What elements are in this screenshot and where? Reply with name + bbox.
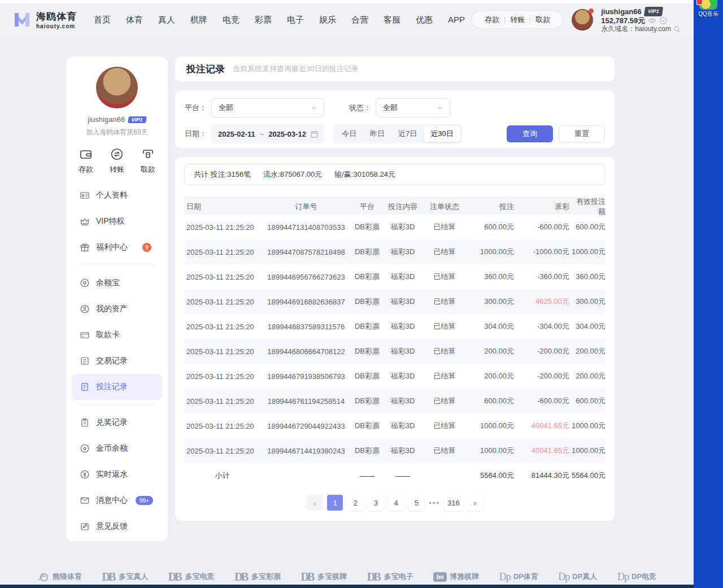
transfer-action[interactable]: 转账	[110, 147, 124, 175]
cell-bet: 1000.00元	[467, 247, 514, 257]
next-page-button[interactable]: ›	[467, 495, 483, 511]
nav-item[interactable]: 体育	[126, 15, 143, 25]
page-button[interactable]: 5	[408, 495, 424, 511]
nav-item[interactable]: 彩票	[255, 15, 272, 25]
page-button[interactable]: 4	[388, 495, 404, 511]
cell-date: 2025-03-11 21:25:20	[184, 223, 261, 232]
rebate-yen-icon	[80, 469, 90, 480]
avatar[interactable]	[572, 9, 593, 31]
sidebar-item-prize-records[interactable]: 兑奖记录	[72, 410, 162, 435]
nav-item[interactable]: 电子	[287, 15, 304, 25]
table-row: 2025-03-11 21:25:20 1899446956766273623 …	[184, 264, 606, 289]
nav-item[interactable]: 首页	[94, 15, 111, 25]
sidebar-item-vip[interactable]: VIP特权	[72, 208, 162, 234]
cell-date: 2025-03-11 21:25:20	[184, 323, 261, 331]
last-page-button[interactable]: 316	[445, 495, 463, 511]
range-button[interactable]: 近7日	[391, 126, 424, 142]
cell-platform: DB彩票	[351, 371, 383, 381]
range-button[interactable]: 近30日	[424, 126, 460, 142]
brand-db-live[interactable]: DB 多宝真人	[102, 570, 149, 583]
qq-music-label[interactable]: QQ音乐	[694, 10, 723, 18]
sidebar-item-rebate[interactable]: 实时返水	[72, 461, 162, 487]
cell-content: 福彩3D	[383, 272, 423, 282]
wallet-action[interactable]: 取款	[530, 15, 555, 25]
brand-dp-sports[interactable]: Dp DP体育	[499, 571, 538, 583]
gift-icon	[80, 242, 90, 252]
prev-page-button[interactable]: ‹	[307, 495, 323, 511]
page-button[interactable]: 1	[327, 495, 343, 511]
range-button[interactable]: 昨日	[363, 126, 391, 142]
nav-item[interactable]: 娱乐	[319, 15, 336, 25]
desktop-background: QQ音乐	[694, 0, 723, 588]
sidebar-item-assets[interactable]: 我的资产	[72, 296, 162, 322]
brand-dp-esports[interactable]: Dp DP电竞	[617, 571, 656, 583]
sidebar-item-welfare[interactable]: 福利中心 9	[72, 234, 162, 260]
withdraw-action[interactable]: 取款	[141, 147, 155, 175]
search-icon[interactable]	[673, 25, 681, 33]
wallet-icon	[79, 147, 93, 161]
cell-bet: 200.00元	[467, 371, 514, 381]
table-row: 2025-03-11 21:25:20 1899446791938506793 …	[184, 364, 606, 389]
brand-panda-sports[interactable]: 熊猫体育	[37, 570, 82, 583]
page-button[interactable]: 3	[368, 495, 384, 511]
pagination-ellipsis[interactable]: •••	[429, 499, 440, 507]
sidebar-item-bet-records[interactable]: 投注记录	[72, 374, 162, 400]
brand-db-lottery[interactable]: DB 多宝彩票	[234, 570, 281, 583]
cell-order: 1899446714419380243	[261, 447, 351, 455]
table-body: 2025-03-11 21:25:20 1899447131408703533 …	[184, 215, 606, 463]
sidebar-item-profile[interactable]: 个人资料	[72, 182, 162, 208]
sidebar-item-coin-balance[interactable]: 金币余额	[72, 435, 162, 461]
nav-item[interactable]: 电竞	[223, 15, 239, 25]
browser-page: 海鸥体育 haiouty.com 首页体育真人棋牌电竞彩票电子娱乐合营客服优惠A…	[0, 0, 694, 588]
logo-icon	[12, 11, 32, 29]
search-button[interactable]: 查询	[507, 125, 553, 142]
reset-button[interactable]: 重置	[559, 125, 605, 142]
cell-payout: 4625.00元	[514, 297, 569, 307]
summary-item: 输/赢:301058.24元	[334, 169, 395, 180]
online-status-dot	[589, 8, 594, 14]
nav-item[interactable]: 客服	[384, 15, 400, 25]
brand-db-chess[interactable]: DB 多宝棋牌	[301, 570, 347, 583]
site-logo[interactable]: 海鸥体育 haiouty.com	[12, 10, 77, 29]
nav-item[interactable]: 棋牌	[190, 15, 207, 25]
cell-content: 福彩3D	[383, 321, 423, 332]
sidebar-item-yuebao[interactable]: 余额宝	[72, 270, 162, 296]
cell-date: 2025-03-11 21:25:20	[184, 273, 261, 281]
brand-dp-live[interactable]: Dp DP真人	[558, 571, 597, 583]
qq-music-desktop-icon[interactable]	[700, 0, 717, 9]
platform-select[interactable]: 全部	[211, 98, 324, 117]
brand-db-slots[interactable]: DB 多宝电子	[367, 570, 413, 583]
chevron-down-circle-icon[interactable]	[659, 16, 668, 25]
wallet-action[interactable]: 转账	[504, 15, 530, 25]
cell-order: 1899446956766273623	[261, 273, 351, 281]
mail-icon	[80, 495, 90, 506]
date-range-input[interactable]: 2025-02-11 ~ 2025-03-12	[211, 124, 324, 143]
nav-item[interactable]: APP	[448, 15, 465, 25]
cell-platform: DB彩票	[351, 272, 383, 282]
table-row: 2025-03-11 21:25:20 1899446761194258514 …	[184, 389, 606, 413]
range-button[interactable]: 今日	[335, 126, 363, 142]
page-button[interactable]: 2	[347, 495, 363, 511]
wallet-action[interactable]: 存款	[480, 15, 504, 25]
sidebar-item-transactions[interactable]: 交易记录	[72, 348, 162, 374]
cell-date: 2025-03-11 21:25:20	[184, 248, 261, 256]
sidebar-item-messages[interactable]: 消息中心 99+	[72, 487, 162, 513]
eye-icon[interactable]	[648, 16, 656, 25]
brand-db-esports[interactable]: DB 多宝电竞	[168, 570, 215, 583]
sidebar-item-feedback[interactable]: 意见反馈	[72, 513, 162, 539]
cell-content: 福彩3D	[383, 297, 423, 307]
nav-item[interactable]: 合营	[351, 15, 368, 25]
username: jiushigan66	[601, 7, 642, 16]
calendar-icon[interactable]	[310, 130, 319, 138]
status-select[interactable]: 全部	[376, 98, 450, 117]
deposit-action[interactable]: 存款	[79, 147, 93, 175]
profile-avatar[interactable]	[96, 67, 138, 108]
table-row: 2025-03-11 21:25:20 1899447087578218498 …	[184, 239, 606, 264]
cell-status: 已结算	[423, 421, 467, 431]
brand-boya-chess[interactable]: bo 博雅棋牌	[433, 572, 479, 582]
sidebar-item-withdraw-card[interactable]: 取款卡	[72, 322, 162, 348]
nav-item[interactable]: 真人	[158, 15, 175, 25]
cell-bet: 304.00元	[467, 321, 514, 332]
summary-bar: 共计 投注:3156笔流水:875067.00元输/赢:301058.24元	[184, 164, 606, 185]
nav-item[interactable]: 优惠	[416, 15, 433, 25]
